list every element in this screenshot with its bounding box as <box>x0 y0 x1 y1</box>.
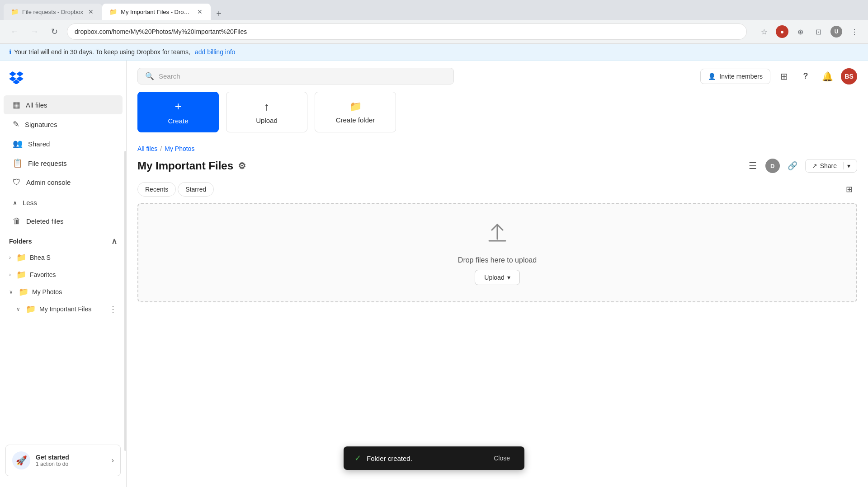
info-icon: ℹ <box>9 48 11 56</box>
url-bar[interactable]: dropbox.com/home/My%20Photos/My%20Import… <box>67 23 747 40</box>
create-folder-btn[interactable]: 📁 Create folder <box>315 92 396 132</box>
folders-label: Folders <box>9 238 32 245</box>
sidebar-folder-my-photos[interactable]: ∨ 📁 My Photos <box>0 283 126 300</box>
signatures-icon: ✎ <box>13 119 19 129</box>
deleted-files-icon: 🗑 <box>13 216 21 226</box>
chevron-right-icon-bhea: › <box>9 254 11 261</box>
list-view-btn[interactable]: ☰ <box>745 158 761 174</box>
folder-header: My Important Files ⚙ ☰ D 🔗 ↗ Share ▾ <box>127 154 868 181</box>
get-started-subtitle: 1 action to do <box>36 461 106 467</box>
folder-title-area: My Important Files ⚙ <box>137 160 246 172</box>
share-label: Share <box>820 162 837 169</box>
tab1-close-btn[interactable]: ✕ <box>87 8 95 16</box>
breadcrumb-sep1: / <box>160 145 162 152</box>
sidebar-nav: ▦ All files ✎ Signatures 👥 Shared 📋 File… <box>0 93 126 194</box>
get-started-text: Get started 1 action to do <box>36 454 106 467</box>
back-btn[interactable]: ← <box>7 24 22 39</box>
sidebar-folder-bhea-s[interactable]: › 📁 Bhea S <box>0 249 126 266</box>
toast-message: Folder created. <box>367 455 485 462</box>
sidebar-folder-favorites[interactable]: › 📁 Favorites <box>0 266 126 283</box>
apps-grid-btn[interactable]: ⊞ <box>776 68 792 84</box>
share-btn[interactable]: ↗ Share ▾ <box>805 159 857 173</box>
sidebar-less-toggle[interactable]: ∧ Less <box>4 194 123 211</box>
trial-banner: ℹ Your trial will end in 30 days. To kee… <box>0 44 868 61</box>
breadcrumb-all-files[interactable]: All files <box>137 145 157 152</box>
folder-favorites-label: Favorites <box>30 271 56 278</box>
subfolder-scroll-icon[interactable]: ⋮ <box>109 304 117 314</box>
search-icon: 🔍 <box>145 72 154 80</box>
upload-drop-label: Upload <box>484 274 504 281</box>
search-bar[interactable]: 🔍 Search <box>137 68 454 84</box>
breadcrumb-my-photos[interactable]: My Photos <box>165 145 194 152</box>
collapse-folders-icon[interactable]: ∧ <box>111 236 117 246</box>
shared-label: Shared <box>28 140 50 148</box>
help-btn[interactable]: ? <box>797 68 814 84</box>
toast-close-btn[interactable]: Close <box>490 453 514 464</box>
upload-drop-chevron: ▾ <box>507 274 510 281</box>
toolbar-right: 👤 Invite members ⊞ ? 🔔 BS <box>700 68 857 84</box>
user-avatar[interactable]: BS <box>841 68 857 84</box>
extension2-icon[interactable]: ⊕ <box>794 25 807 38</box>
admin-console-icon: 🛡 <box>13 178 21 187</box>
tab2-favicon: 📁 <box>109 8 117 15</box>
folder-icon-important: 📁 <box>26 304 36 314</box>
tab-bar: 📁 File requests - Dropbox ✕ 📁 My Importa… <box>0 0 868 20</box>
folder-bhea-label: Bhea S <box>30 254 51 261</box>
create-btn[interactable]: + Create <box>137 92 219 132</box>
new-tab-btn[interactable]: + <box>212 7 225 20</box>
chevron-right-icon-favorites: › <box>9 272 11 278</box>
copy-link-btn[interactable]: 🔗 <box>784 158 801 174</box>
sidebar-scrollbar <box>124 151 126 451</box>
forward-btn[interactable]: → <box>27 24 42 39</box>
chevron-up-icon: ∧ <box>13 199 17 206</box>
folder-title-text: My Important Files <box>137 160 233 172</box>
get-started-title: Get started <box>36 454 106 461</box>
sidebar-item-all-files[interactable]: ▦ All files <box>4 95 123 114</box>
sidebar-item-file-requests[interactable]: 📋 File requests <box>4 154 123 173</box>
tab-my-important-files[interactable]: 📁 My Important Files - Dropbox ✕ <box>102 4 211 20</box>
invite-members-btn[interactable]: 👤 Invite members <box>700 69 770 84</box>
all-files-icon: ▦ <box>13 100 20 110</box>
folder-important-label: My Important Files <box>39 305 91 313</box>
tab1-label: File requests - Dropbox <box>22 9 83 15</box>
sidebar-item-shared[interactable]: 👥 Shared <box>4 134 123 153</box>
sidebar-item-signatures[interactable]: ✎ Signatures <box>4 115 123 134</box>
bookmark-icon[interactable]: ☆ <box>758 25 770 38</box>
menu-icon[interactable]: ⋮ <box>848 25 861 38</box>
signatures-label: Signatures <box>25 121 57 128</box>
tab2-close-btn[interactable]: ✕ <box>196 8 203 16</box>
sidebar-item-admin-console[interactable]: 🛡 Admin console <box>4 173 123 192</box>
tab2-label: My Important Files - Dropbox <box>121 9 192 15</box>
profile-icon[interactable]: U <box>830 25 843 38</box>
trial-text: Your trial will end in 30 days. To keep … <box>14 48 190 56</box>
drop-zone[interactable]: Drop files here to upload Upload ▾ <box>137 203 857 302</box>
extension1-icon[interactable]: ● <box>776 25 788 38</box>
tab-file-requests[interactable]: 📁 File requests - Dropbox ✕ <box>4 4 102 20</box>
sidebar-folder-my-important-files[interactable]: ∨ 📁 My Important Files ⋮ <box>0 300 126 318</box>
folder-member-avatar[interactable]: D <box>765 159 780 173</box>
grid-view-toggle[interactable]: ⊞ <box>841 181 857 197</box>
share-dropdown-icon[interactable]: ▾ <box>843 162 850 169</box>
folder-icon-bhea: 📁 <box>16 253 26 263</box>
get-started-arrow-icon: › <box>112 456 114 465</box>
less-label: Less <box>23 199 37 206</box>
upload-drop-btn[interactable]: Upload ▾ <box>475 270 519 285</box>
upload-arrow-icon <box>484 220 511 251</box>
main-content: 🔍 Search 👤 Invite members ⊞ ? 🔔 BS + Cre… <box>127 61 868 487</box>
add-billing-link[interactable]: add billing info <box>195 48 236 56</box>
get-started-box[interactable]: 🚀 Get started 1 action to do › <box>5 445 121 476</box>
breadcrumb: All files / My Photos <box>127 141 868 154</box>
upload-btn[interactable]: ↑ Upload <box>226 92 307 132</box>
upload-label: Upload <box>256 117 278 124</box>
sidebar-item-deleted-files[interactable]: 🗑 Deleted files <box>4 212 123 230</box>
notifications-btn[interactable]: 🔔 <box>819 68 835 84</box>
tab-recents[interactable]: Recents <box>137 182 176 197</box>
url-text: dropbox.com/home/My%20Photos/My%20Import… <box>75 28 247 35</box>
folder-settings-icon[interactable]: ⚙ <box>238 160 246 171</box>
toast-notification: ✓ Folder created. Close <box>344 446 524 470</box>
dropbox-logo[interactable] <box>0 66 126 93</box>
tab-starred[interactable]: Starred <box>178 182 214 197</box>
extension3-icon[interactable]: ⊡ <box>812 25 825 38</box>
app-layout: ▦ All files ✎ Signatures 👥 Shared 📋 File… <box>0 61 868 487</box>
reload-btn[interactable]: ↻ <box>47 24 61 39</box>
